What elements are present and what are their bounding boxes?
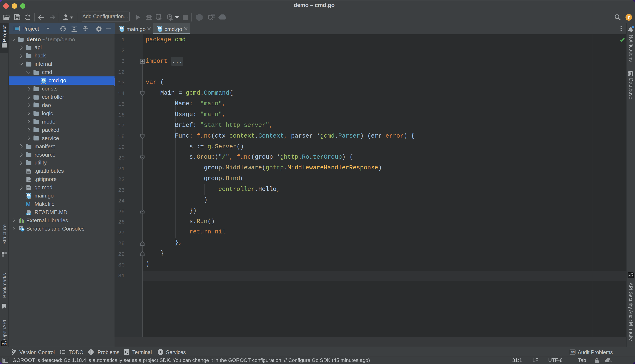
svg-text:/API: /API xyxy=(628,274,633,277)
svg-text:/API: /API xyxy=(2,342,7,345)
svg-text:MD: MD xyxy=(27,212,30,215)
svg-text:API: API xyxy=(570,351,575,354)
